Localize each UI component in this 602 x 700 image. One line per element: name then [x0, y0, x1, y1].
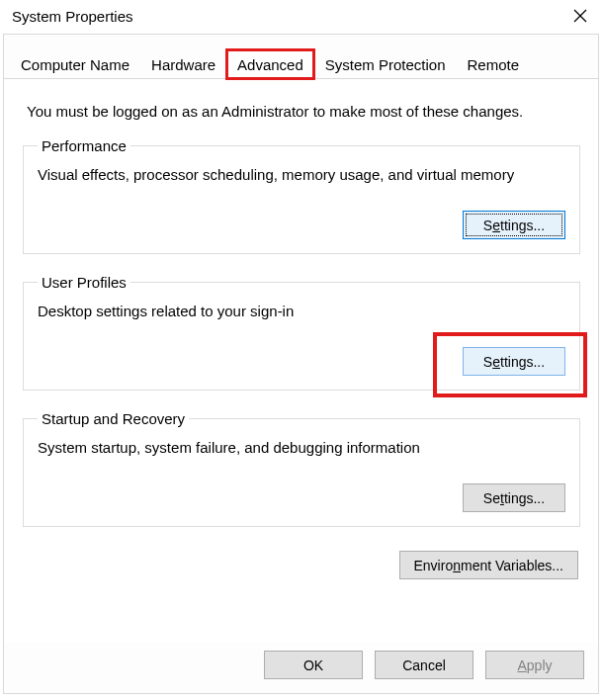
startup-recovery-settings-button[interactable]: Settings...: [463, 483, 565, 512]
performance-settings-button[interactable]: Settings...: [463, 211, 565, 239]
tab-advanced[interactable]: Advanced: [226, 49, 314, 79]
tab-remote[interactable]: Remote: [457, 49, 531, 79]
performance-group: Performance Visual effects, processor sc…: [23, 137, 580, 254]
performance-desc: Visual effects, processor scheduling, me…: [38, 166, 565, 183]
user-profiles-group: User Profiles Desktop settings related t…: [23, 274, 580, 391]
admin-notice: You must be logged on as an Administrato…: [27, 103, 576, 120]
startup-recovery-desc: System startup, system failure, and debu…: [38, 439, 565, 456]
tab-hardware[interactable]: Hardware: [140, 49, 226, 79]
performance-legend: Performance: [38, 137, 130, 154]
startup-recovery-legend: Startup and Recovery: [38, 410, 189, 427]
cancel-button[interactable]: Cancel: [375, 651, 473, 679]
tab-row: Computer Name Hardware Advanced System P…: [4, 35, 598, 79]
tab-computer-name[interactable]: Computer Name: [10, 49, 140, 79]
window-title: System Properties: [12, 8, 133, 25]
user-profiles-legend: User Profiles: [38, 274, 130, 291]
close-icon[interactable]: [568, 4, 592, 28]
startup-recovery-group: Startup and Recovery System startup, sys…: [23, 410, 580, 527]
environment-variables-button[interactable]: Environment Variables...: [399, 551, 579, 579]
tab-system-protection[interactable]: System Protection: [314, 49, 457, 79]
ok-button[interactable]: OK: [264, 651, 363, 679]
user-profiles-desc: Desktop settings related to your sign-in: [38, 303, 565, 319]
apply-button[interactable]: Apply: [485, 651, 584, 679]
dialog-panel: Computer Name Hardware Advanced System P…: [3, 34, 599, 694]
user-profiles-settings-button[interactable]: Settings...: [463, 347, 565, 376]
advanced-tab-content: You must be logged on as an Administrato…: [4, 79, 598, 643]
dialog-button-row: OK Cancel Apply: [264, 651, 584, 679]
